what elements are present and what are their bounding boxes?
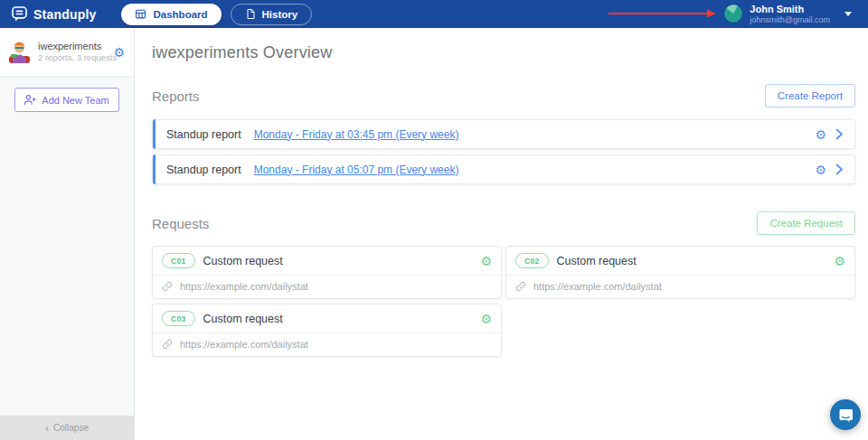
user-avatar[interactable] bbox=[724, 5, 742, 23]
brand: Standuply bbox=[11, 5, 96, 23]
request-label: Custom request bbox=[203, 255, 283, 267]
report-row-actions: ⚙ bbox=[815, 128, 844, 141]
chevron-right-icon[interactable] bbox=[835, 128, 844, 140]
create-report-button[interactable]: Create Report bbox=[765, 84, 855, 108]
request-card-top: C02 Custom request ⚙ bbox=[506, 247, 854, 275]
add-team-section: Add New Team bbox=[0, 77, 134, 123]
brand-name: Standuply bbox=[33, 7, 96, 22]
sidebar-collapse-button[interactable]: ‹ Collapse bbox=[0, 416, 134, 440]
create-request-button[interactable]: Create Request bbox=[757, 211, 855, 235]
request-url: https://example.com/dailystat bbox=[180, 281, 308, 292]
user-info[interactable]: John Smith johnsmith@gmail.com bbox=[750, 4, 830, 24]
request-card[interactable]: C03 Custom request ⚙ https://example.com… bbox=[152, 304, 502, 357]
tab-history[interactable]: History bbox=[231, 4, 313, 25]
link-icon bbox=[162, 281, 173, 292]
red-annotation-arrow bbox=[609, 8, 717, 19]
requests-heading: Requests bbox=[152, 216, 209, 231]
team-meta: 2 reports, 3 requests bbox=[38, 52, 117, 63]
request-card-top: C03 Custom request ⚙ bbox=[153, 304, 501, 332]
team-texts: iwexperiments 2 reports, 3 requests bbox=[38, 41, 117, 64]
add-new-team-label: Add New Team bbox=[42, 95, 108, 106]
request-card-grid: C01 Custom request ⚙ https://example.com… bbox=[152, 246, 855, 357]
user-email: johnsmith@gmail.com bbox=[750, 15, 830, 24]
request-code-badge: C01 bbox=[162, 253, 195, 268]
request-card[interactable]: C01 Custom request ⚙ https://example.com… bbox=[152, 246, 502, 299]
sidebar-team-item[interactable]: iwexperiments 2 reports, 3 requests ⚙ bbox=[0, 28, 134, 77]
reports-heading: Reports bbox=[152, 89, 200, 104]
request-card-bottom: https://example.com/dailystat bbox=[153, 275, 501, 298]
report-label: Standup report bbox=[166, 128, 241, 141]
topbar-user-area: John Smith johnsmith@gmail.com bbox=[609, 4, 857, 24]
request-url: https://example.com/dailystat bbox=[533, 281, 662, 292]
report-schedule-link[interactable]: Monday - Friday at 05:07 pm (Every week) bbox=[254, 164, 459, 176]
requests-section-header: Requests Create Request bbox=[152, 211, 855, 235]
report-schedule-link[interactable]: Monday - Friday at 03:45 pm (Every week) bbox=[254, 128, 459, 141]
report-row[interactable]: Standup report Monday - Friday at 03:45 … bbox=[152, 119, 855, 149]
request-settings-gear-icon[interactable]: ⚙ bbox=[480, 313, 492, 325]
chat-bubble-icon bbox=[838, 407, 854, 423]
user-plus-icon bbox=[24, 94, 36, 106]
request-settings-gear-icon[interactable]: ⚙ bbox=[834, 255, 845, 267]
request-card[interactable]: C02 Custom request ⚙ https://example.com… bbox=[505, 246, 855, 299]
report-settings-gear-icon[interactable]: ⚙ bbox=[815, 128, 826, 141]
history-document-icon bbox=[245, 8, 256, 20]
team-avatar bbox=[7, 40, 32, 64]
dashboard-grid-icon bbox=[135, 8, 146, 20]
report-row-actions: ⚙ bbox=[815, 164, 844, 176]
request-code-badge: C02 bbox=[515, 253, 549, 268]
reports-section-header: Reports Create Report bbox=[152, 84, 855, 108]
user-name: John Smith bbox=[750, 4, 830, 15]
sidebar: iwexperiments 2 reports, 3 requests ⚙ Ad… bbox=[0, 28, 135, 440]
report-row[interactable]: Standup report Monday - Friday at 05:07 … bbox=[152, 154, 855, 184]
chat-widget-button[interactable] bbox=[830, 399, 861, 430]
request-settings-gear-icon[interactable]: ⚙ bbox=[480, 255, 492, 267]
chevron-right-icon[interactable] bbox=[835, 164, 844, 175]
link-icon bbox=[162, 339, 173, 350]
link-icon bbox=[515, 281, 526, 292]
team-settings-gear-icon[interactable]: ⚙ bbox=[113, 46, 125, 59]
user-menu-caret-icon[interactable] bbox=[844, 12, 852, 16]
team-name: iwexperiments bbox=[38, 41, 117, 53]
report-settings-gear-icon[interactable]: ⚙ bbox=[815, 164, 826, 176]
request-card-top: C01 Custom request ⚙ bbox=[153, 247, 501, 275]
request-card-bottom: https://example.com/dailystat bbox=[153, 332, 501, 356]
request-code-badge: C03 bbox=[162, 311, 195, 326]
report-label: Standup report bbox=[166, 164, 241, 176]
report-list: Standup report Monday - Friday at 03:45 … bbox=[152, 119, 855, 184]
request-label: Custom request bbox=[203, 313, 283, 325]
page-title: iwexperiments Overview bbox=[152, 43, 855, 62]
top-bar: Standuply Dashboard History bbox=[0, 0, 868, 28]
top-nav: Dashboard History bbox=[121, 4, 312, 25]
tab-dashboard-label: Dashboard bbox=[153, 9, 207, 20]
tab-dashboard[interactable]: Dashboard bbox=[121, 4, 221, 25]
main-content: iwexperiments Overview Reports Create Re… bbox=[136, 28, 868, 440]
collapse-label: Collapse bbox=[53, 423, 89, 433]
request-card-bottom: https://example.com/dailystat bbox=[506, 275, 854, 298]
tab-history-label: History bbox=[262, 9, 298, 20]
request-url: https://example.com/dailystat bbox=[180, 339, 308, 350]
add-new-team-button[interactable]: Add New Team bbox=[14, 88, 118, 112]
request-label: Custom request bbox=[557, 255, 637, 267]
standuply-logo-icon bbox=[11, 5, 28, 23]
chevron-left-icon: ‹ bbox=[45, 423, 49, 434]
